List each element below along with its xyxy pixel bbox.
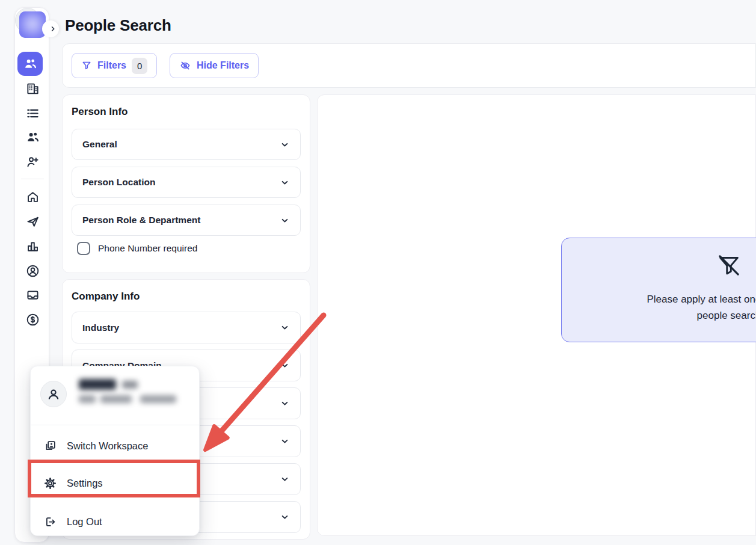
results-panel: Please apply at least one filter in the … [317, 94, 756, 536]
chevron-down-icon [280, 512, 290, 522]
sidebar-divider [21, 179, 44, 179]
section-title-person-info: Person Info [72, 106, 128, 118]
sidebar-item-billing[interactable] [23, 310, 41, 328]
home-icon [26, 190, 40, 204]
people-group-icon [26, 131, 40, 144]
blurred-user-name [79, 379, 116, 390]
sidebar-item-analytics[interactable] [23, 237, 41, 255]
blurred-user-email-1 [79, 395, 96, 403]
menu-item-settings[interactable]: Settings [31, 470, 199, 496]
hide-filters-button[interactable]: Hide Filters [170, 53, 259, 78]
menu-divider [31, 425, 199, 425]
blurred-user-email-2 [100, 395, 132, 403]
sidebar-item-add-person[interactable] [23, 153, 41, 171]
eye-off-icon [179, 60, 191, 72]
chevron-down-icon [280, 215, 290, 226]
chevron-down-icon [280, 177, 290, 188]
workspace-logo[interactable] [19, 11, 46, 38]
person-info-panel: Person Info General Person Location Pers… [62, 94, 310, 273]
user-menu-avatar [40, 381, 67, 407]
person-icon [46, 386, 61, 402]
filter-row-person-location[interactable]: Person Location [72, 167, 301, 198]
sidebar-item-home[interactable] [23, 188, 41, 206]
workspace-switch-icon [44, 440, 57, 452]
logout-icon [44, 516, 57, 528]
chevron-down-icon [280, 140, 290, 150]
page-title: People Search [65, 16, 171, 35]
blurred-user-name-suffix [122, 381, 138, 389]
user-circle-icon [26, 264, 40, 278]
menu-item-log-out[interactable]: Log Out [31, 508, 199, 535]
inbox-icon [26, 288, 40, 302]
filters-button[interactable]: Filters 0 [72, 53, 157, 78]
hide-filters-button-label: Hide Filters [197, 60, 249, 71]
people-search-icon [23, 57, 37, 71]
menu-item-switch-workspace[interactable]: Switch Workspace [31, 433, 199, 459]
filter-row-industry[interactable]: Industry [72, 312, 301, 343]
list-icon [26, 106, 40, 120]
phone-number-required-checkbox[interactable] [77, 242, 90, 255]
phone-number-required-row: Phone Number required [77, 242, 197, 255]
chevron-down-icon [280, 398, 290, 408]
gear-icon [44, 477, 57, 490]
dollar-icon [26, 313, 40, 327]
empty-state-message-line1: Please apply at least one filter in the [562, 294, 756, 306]
sidebar-item-campaigns[interactable] [23, 212, 41, 230]
chevron-down-icon [280, 474, 290, 484]
sidebar-item-company-search[interactable] [23, 79, 41, 97]
filter-row-person-role-department[interactable]: Person Role & Department [72, 205, 301, 236]
bar-chart-icon [26, 239, 40, 253]
sidebar-item-inbox[interactable] [23, 286, 41, 304]
company-building-icon [26, 82, 40, 96]
send-icon [26, 215, 40, 229]
filters-toolbar: Filters 0 Hide Filters [62, 43, 756, 88]
empty-state-message-line2: people search [562, 310, 756, 322]
chevron-down-icon [280, 360, 290, 371]
chevron-right-icon [49, 25, 57, 33]
sidebar-item-people-search[interactable] [17, 52, 43, 76]
filter-row-general[interactable]: General [72, 129, 301, 160]
filters-count-badge: 0 [132, 58, 147, 74]
sidebar-collapse-toggle[interactable] [42, 20, 59, 37]
person-add-icon [26, 155, 40, 169]
sidebar-item-lists[interactable] [23, 104, 41, 122]
funnel-icon [81, 60, 92, 71]
blurred-logo-blob [19, 11, 46, 38]
section-title-company-info: Company Info [72, 291, 140, 303]
filters-button-label: Filters [97, 60, 126, 71]
sidebar-item-contacts[interactable] [23, 128, 41, 146]
chevron-down-icon [280, 436, 290, 446]
people-search-app: People Search Filters 0 Hide Filters Per… [0, 0, 756, 545]
empty-state-card: Please apply at least one filter in the … [561, 238, 756, 342]
sidebar-item-account[interactable] [23, 262, 41, 280]
user-menu-popup: Switch Workspace Settings Log Out [30, 366, 200, 536]
chevron-down-icon [280, 322, 290, 333]
phone-number-required-label: Phone Number required [98, 243, 197, 254]
blurred-user-email-3 [140, 395, 176, 403]
filter-off-icon [715, 251, 743, 279]
